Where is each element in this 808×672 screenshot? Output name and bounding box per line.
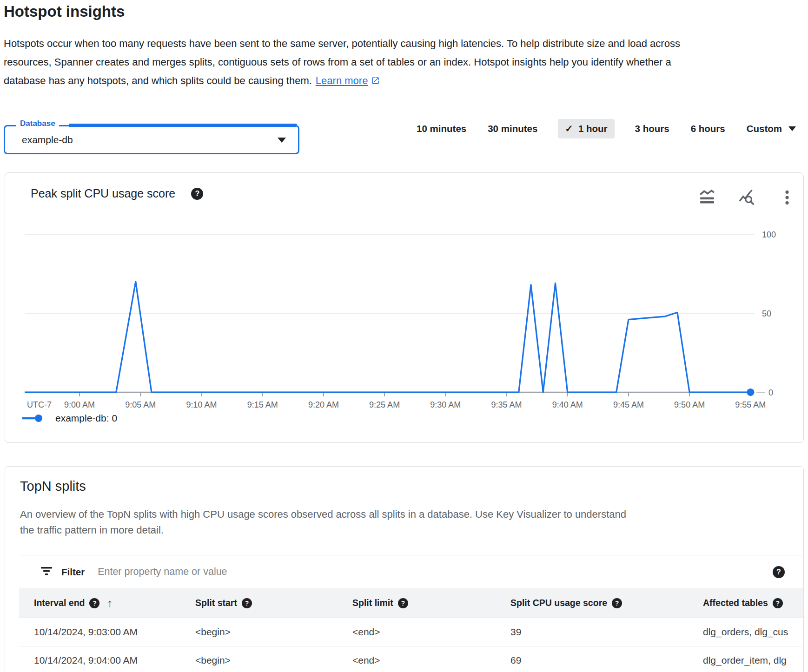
table-cell: <end>	[352, 655, 510, 666]
column-header-split-limit[interactable]: Split limit?	[352, 598, 510, 608]
x-axis-label: 9:30 AM	[430, 400, 461, 409]
table-cell: dlg_orders, dlg_cus	[703, 626, 803, 638]
description-line-1: Hotspots occur when too many requests ha…	[4, 38, 680, 49]
page-title: Hotspot insights	[4, 3, 125, 20]
topn-splits-card: TopN splits An overview of the TopN spli…	[5, 466, 804, 672]
database-label-rule	[69, 124, 297, 127]
column-header-label: Split start	[195, 598, 237, 608]
x-axis-label: 9:55 AM	[735, 400, 766, 409]
help-icon[interactable]: ?	[398, 598, 408, 608]
column-header-split-start[interactable]: Split start?	[195, 598, 352, 608]
series-marker-icon	[22, 414, 43, 423]
column-header-split-cpu-usage-score[interactable]: Split CPU usage score?	[510, 598, 703, 608]
learn-more-link[interactable]: Learn more	[316, 75, 380, 86]
x-axis-label: 9:10 AM	[186, 400, 217, 409]
column-header-label: Split CPU usage score	[510, 598, 607, 608]
table-cell: 10/14/2024, 9:03:00 AM	[34, 626, 195, 638]
x-axis-label: 9:15 AM	[247, 400, 278, 409]
legend-text: example-db: 0	[55, 413, 117, 424]
topn-description-line-2: the traffic pattern in more detail.	[20, 524, 164, 536]
x-axis-label: 9:05 AM	[125, 400, 156, 409]
time-range-selector: ✓ 10 minutes ✓ 30 minutes ✓ 1 hour ✓ 3 h…	[416, 117, 797, 140]
x-axis-label: 9:25 AM	[369, 400, 400, 409]
column-header-interval-end[interactable]: Interval end?↑	[34, 597, 195, 610]
external-link-icon	[371, 76, 380, 85]
time-range-label: 10 minutes	[417, 123, 466, 134]
database-label: Database	[16, 119, 59, 128]
series-end-dot	[747, 389, 754, 396]
column-header-label: Split limit	[352, 598, 393, 608]
table-cell: 39	[510, 626, 703, 638]
help-icon[interactable]: ?	[612, 598, 622, 608]
filter-input[interactable]	[97, 566, 773, 578]
time-range-label: 1 hour	[578, 123, 608, 134]
time-range-custom-label: Custom	[747, 123, 782, 134]
x-axis-label: 9:20 AM	[308, 400, 339, 409]
time-range-label: 6 hours	[691, 123, 725, 134]
sort-ascending-icon[interactable]: ↑	[107, 597, 113, 610]
filter-label: Filter	[61, 567, 85, 578]
table-body: 10/14/2024, 9:03:00 AM<begin><end>39dlg_…	[19, 618, 803, 672]
time-range-label: 3 hours	[635, 123, 669, 134]
help-icon[interactable]: ?	[773, 566, 785, 578]
description-line-2: resources, Spanner creates and merges sp…	[4, 56, 671, 68]
x-axis-label: 9:45 AM	[613, 400, 644, 409]
time-range-option-30-minutes[interactable]: ✓ 30 minutes	[487, 119, 538, 138]
peak-split-cpu-card: Peak split CPU usage score ?	[5, 172, 804, 443]
time-range-option-1-hour[interactable]: ✓ 1 hour	[558, 119, 614, 138]
table-cell: dlg_order_item, dlg	[703, 655, 803, 666]
database-select[interactable]: Database example-db	[4, 125, 299, 154]
check-icon: ✓	[565, 123, 573, 134]
chevron-down-icon	[788, 126, 796, 131]
chevron-down-icon	[278, 138, 286, 143]
time-range-option-6-hours[interactable]: ✓ 6 hours	[690, 119, 726, 138]
series-line	[25, 282, 750, 392]
table-row: 10/14/2024, 9:04:00 AM<begin><end>69dlg_…	[19, 646, 803, 672]
chart-legend[interactable]: example-db: 0	[22, 413, 117, 424]
filter-bar: Filter ?	[19, 555, 803, 588]
help-icon[interactable]: ?	[773, 598, 783, 608]
column-header-affected-tables[interactable]: Affected tables?	[703, 598, 803, 608]
x-axis-label: 9:50 AM	[674, 400, 705, 409]
peak-split-cpu-chart[interactable]: 0501009:00 AM9:05 AM9:10 AM9:15 AM9:20 A…	[5, 173, 803, 442]
table-row: 10/14/2024, 9:03:00 AM<begin><end>39dlg_…	[19, 618, 803, 646]
table-cell: <end>	[352, 626, 510, 638]
table-cell: <begin>	[195, 626, 352, 638]
x-axis-label: 9:00 AM	[64, 400, 95, 409]
time-range-custom[interactable]: Custom	[746, 119, 797, 138]
table-header: Interval end?↑Split start?Split limit?Sp…	[19, 588, 803, 618]
page-description: Hotspots occur when too many requests ha…	[4, 34, 803, 90]
table-cell: <begin>	[195, 655, 352, 666]
y-axis-label: 50	[762, 309, 771, 318]
topn-title: TopN splits	[20, 479, 86, 494]
x-axis-label: 9:40 AM	[552, 400, 583, 409]
y-axis-label: 100	[762, 230, 776, 239]
learn-more-label: Learn more	[316, 75, 368, 86]
table-cell: 10/14/2024, 9:04:00 AM	[34, 655, 195, 666]
topn-description-line-1: An overview of the TopN splits with high…	[20, 508, 626, 520]
column-header-label: Interval end	[34, 598, 85, 608]
database-value: example-db	[22, 134, 73, 145]
time-range-option-10-minutes[interactable]: ✓ 10 minutes	[416, 119, 467, 138]
topn-description: An overview of the TopN splits with high…	[20, 507, 626, 538]
table-cell: 69	[510, 655, 703, 666]
column-header-label: Affected tables	[703, 598, 768, 608]
x-axis-label: 9:35 AM	[491, 400, 522, 409]
y-axis-label: 0	[768, 388, 773, 397]
time-range-option-3-hours[interactable]: ✓ 3 hours	[634, 119, 670, 138]
help-icon[interactable]: ?	[89, 598, 99, 608]
timezone-label: UTC-7	[27, 400, 52, 409]
help-icon[interactable]: ?	[242, 598, 252, 608]
help-glyph: ?	[776, 568, 781, 576]
filter-icon	[40, 566, 53, 579]
time-range-label: 30 minutes	[488, 123, 537, 134]
description-line-3: database has any hotspots, and which spl…	[4, 75, 312, 86]
